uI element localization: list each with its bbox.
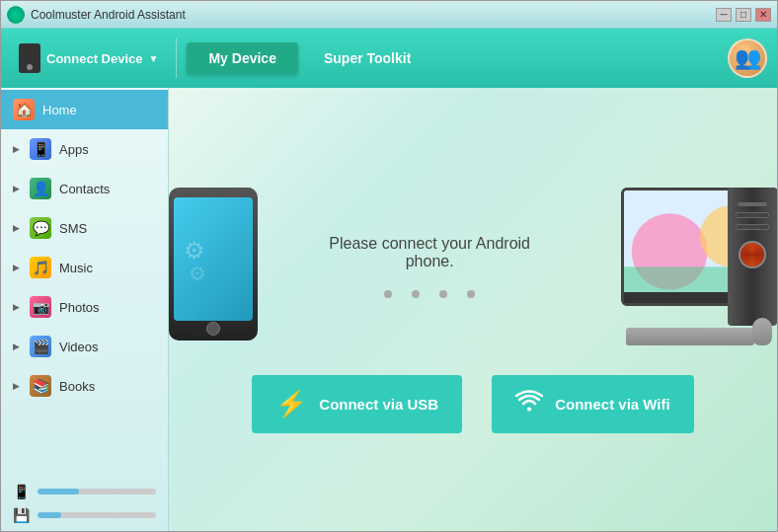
dot-3 (439, 290, 447, 298)
storage-fill-phone (38, 489, 79, 494)
main-layout: 🏠 Home ▶ 📱 Apps ▶ 👤 Contacts ▶ 💬 SMS ▶ 🎵… (1, 88, 777, 532)
expand-arrow-music: ▶ (13, 263, 20, 272)
phone-body: ⚙ ⚙ (169, 188, 258, 341)
sms-icon: 💬 (30, 217, 51, 239)
storage-row-sd: 💾 (13, 507, 156, 523)
connect-wifi-label: Connect via Wifi (555, 396, 670, 413)
sidebar-item-home[interactable]: 🏠 Home (1, 90, 168, 129)
connect-usb-button[interactable]: ⚡ Connect via USB (252, 375, 462, 433)
sidebar-item-contacts[interactable]: ▶ 👤 Contacts (1, 169, 168, 208)
toolbar: Connect Device ▼ My Device Super Toolkit (1, 29, 777, 88)
window-controls: ─ □ ✕ (716, 8, 771, 22)
sidebar-label-contacts: Contacts (59, 182, 110, 196)
dot-2 (412, 290, 420, 298)
phone-icon (19, 43, 40, 73)
sidebar-label-videos: Videos (59, 340, 99, 354)
connect-wifi-button[interactable]: Connect via Wifi (492, 375, 694, 433)
close-button[interactable]: ✕ (755, 8, 771, 22)
tower-fan (739, 241, 766, 268)
sidebar-item-videos[interactable]: ▶ 🎬 Videos (1, 327, 168, 366)
my-device-button[interactable]: My Device (187, 42, 297, 74)
connect-device-label: Connect Device (46, 51, 143, 66)
connect-buttons-row: ⚡ Connect via USB Connect via Wifi (252, 375, 693, 433)
storage-bar-phone (38, 489, 156, 494)
expand-arrow-sms: ▶ (13, 223, 20, 233)
tower-disc-drive (736, 212, 769, 218)
home-icon: 🏠 (13, 99, 35, 120)
sidebar-label-music: Music (59, 261, 93, 275)
super-toolkit-button[interactable]: Super Toolkit (308, 42, 427, 74)
sidebar-item-apps[interactable]: ▶ 📱 Apps (1, 129, 168, 169)
minimize-button[interactable]: ─ (716, 8, 732, 22)
connect-device-button[interactable]: Connect Device ▼ (11, 39, 166, 77)
svg-point-0 (527, 407, 531, 411)
sidebar: 🏠 Home ▶ 📱 Apps ▶ 👤 Contacts ▶ 💬 SMS ▶ 🎵… (1, 88, 169, 532)
storage-row-phone: 📱 (13, 484, 156, 499)
sidebar-label-apps: Apps (59, 142, 89, 157)
titlebar: Coolmuster Android Assistant ─ □ ✕ (1, 1, 777, 29)
app-title: Coolmuster Android Assistant (31, 8, 716, 22)
contacts-icon: 👤 (30, 178, 51, 199)
computer-tower (728, 188, 777, 326)
connection-dots (317, 290, 542, 298)
connect-usb-label: Connect via USB (319, 396, 438, 413)
sidebar-label-books: Books (59, 379, 95, 394)
gear1-icon: ⚙ (184, 237, 205, 265)
toolbar-divider (176, 38, 177, 78)
dot-1 (384, 290, 392, 298)
tower-power-button (738, 202, 767, 206)
phone-screen: ⚙ ⚙ (174, 197, 253, 321)
phone-illustration: ⚙ ⚙ (169, 188, 258, 345)
tower-disc-drive-2 (736, 224, 769, 230)
sidebar-item-books[interactable]: ▶ 📚 Books (1, 366, 168, 406)
dropdown-arrow-icon: ▼ (149, 53, 159, 64)
sidebar-item-music[interactable]: ▶ 🎵 Music (1, 248, 168, 287)
music-icon: 🎵 (30, 257, 51, 278)
expand-arrow-books: ▶ (13, 381, 20, 391)
sidebar-label-home: Home (42, 103, 77, 117)
expand-arrow-contacts: ▶ (13, 184, 20, 193)
keyboard (626, 328, 754, 345)
photos-icon: 📷 (30, 296, 51, 318)
main-content: ⚙ ⚙ Please connect your Android phone. (169, 88, 777, 532)
sidebar-storage: 📱 💾 (1, 474, 168, 532)
restore-button[interactable]: □ (736, 8, 751, 22)
gear2-icon: ⚙ (189, 262, 206, 285)
computer-illustration (601, 188, 777, 345)
device-connection-area: ⚙ ⚙ Please connect your Android phone. (169, 188, 777, 345)
usb-icon: ⚡ (275, 389, 307, 419)
expand-arrow-videos: ▶ (13, 342, 20, 351)
sidebar-label-sms: SMS (59, 221, 87, 236)
storage-fill-sd (38, 512, 61, 518)
dot-4 (467, 290, 475, 298)
phone-storage-icon: 📱 (13, 484, 30, 499)
sd-storage-icon: 💾 (13, 507, 30, 523)
sidebar-item-sms[interactable]: ▶ 💬 SMS (1, 208, 168, 248)
connect-prompt-text: Please connect your Android phone. (317, 235, 542, 270)
expand-arrow-photos: ▶ (13, 302, 20, 312)
expand-arrow-apps: ▶ (13, 144, 20, 154)
sidebar-item-photos[interactable]: ▶ 📷 Photos (1, 287, 168, 327)
connect-text-area: Please connect your Android phone. (317, 235, 542, 298)
storage-bar-sd (38, 512, 156, 518)
apps-icon: 📱 (30, 138, 51, 160)
avatar[interactable] (728, 38, 767, 78)
sidebar-label-photos: Photos (59, 300, 99, 315)
wifi-icon (515, 390, 543, 419)
videos-icon: 🎬 (30, 336, 51, 357)
phone-home-button (206, 322, 220, 336)
mouse (752, 318, 772, 345)
app-icon (7, 6, 25, 24)
books-icon: 📚 (30, 375, 51, 397)
